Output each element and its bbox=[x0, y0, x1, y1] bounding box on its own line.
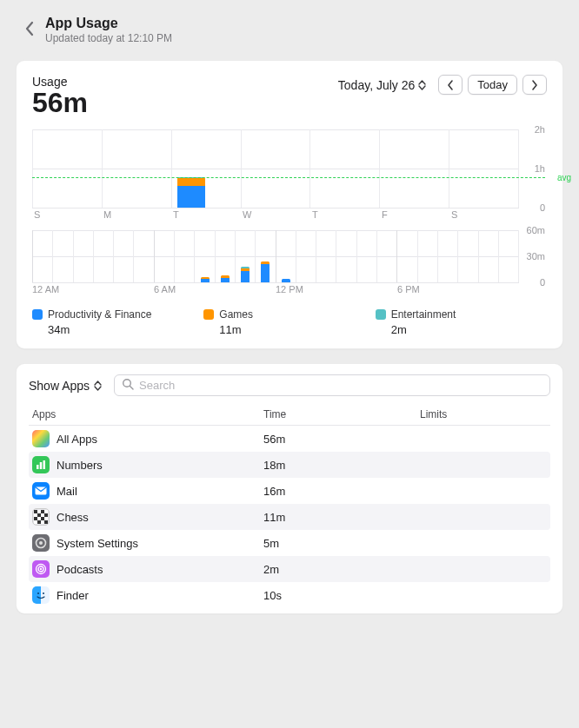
legend-item: Productivity & Finance34m bbox=[32, 308, 203, 336]
ytick-label: 0 bbox=[540, 277, 545, 288]
hour-column bbox=[396, 230, 416, 282]
app-time: 56m bbox=[263, 433, 420, 446]
day-column bbox=[171, 129, 241, 208]
app-time: 2m bbox=[263, 563, 420, 576]
date-selector-label: Today, July 26 bbox=[338, 78, 415, 92]
page-title: App Usage bbox=[45, 16, 172, 31]
mail-icon bbox=[32, 482, 50, 500]
app-time: 11m bbox=[263, 511, 420, 524]
svg-line-1 bbox=[130, 387, 134, 390]
legend-label: Entertainment bbox=[391, 308, 456, 321]
svg-point-16 bbox=[39, 541, 43, 545]
svg-rect-4 bbox=[43, 460, 46, 469]
xtick-label: W bbox=[241, 209, 310, 220]
xtick-label: S bbox=[32, 209, 102, 220]
show-apps-label: Show Apps bbox=[29, 379, 90, 393]
legend-swatch bbox=[376, 309, 386, 320]
day-column bbox=[102, 129, 171, 208]
day-column bbox=[379, 129, 449, 208]
avg-label: avg bbox=[557, 172, 571, 182]
hour-column bbox=[478, 230, 498, 282]
table-row[interactable]: Podcasts2m bbox=[29, 556, 550, 582]
back-button[interactable] bbox=[21, 17, 37, 40]
hour-column bbox=[174, 230, 194, 282]
hour-column bbox=[235, 230, 255, 282]
app-name: System Settings bbox=[57, 537, 138, 550]
app-time: 16m bbox=[263, 485, 420, 498]
today-button-label: Today bbox=[477, 78, 508, 91]
search-input-container[interactable] bbox=[114, 374, 550, 396]
hour-column bbox=[276, 230, 296, 282]
hour-column bbox=[457, 230, 477, 282]
hour-column bbox=[154, 230, 174, 282]
legend-swatch bbox=[203, 309, 214, 320]
show-apps-selector[interactable]: Show Apps bbox=[29, 376, 102, 395]
legend-item: Entertainment2m bbox=[376, 308, 547, 336]
hour-column bbox=[296, 230, 316, 282]
hourly-usage-chart: 030m60m bbox=[32, 230, 519, 282]
xtick-label: 12 AM bbox=[32, 284, 154, 295]
hour-column bbox=[194, 230, 214, 282]
ytick-label: 60m bbox=[527, 225, 545, 235]
legend-value: 34m bbox=[32, 323, 203, 336]
date-selector[interactable]: Today, July 26 bbox=[336, 76, 428, 94]
legend-label: Games bbox=[219, 308, 253, 321]
svg-point-20 bbox=[37, 592, 39, 594]
app-time: 18m bbox=[263, 459, 420, 472]
hour-column bbox=[93, 230, 113, 282]
table-row[interactable]: Mail16m bbox=[29, 478, 550, 504]
app-name: Mail bbox=[57, 485, 77, 498]
svg-rect-10 bbox=[44, 513, 48, 517]
ytick-label: 30m bbox=[527, 251, 545, 261]
hour-column bbox=[498, 230, 519, 282]
app-name: Podcasts bbox=[57, 563, 103, 576]
app-name: Chess bbox=[57, 511, 89, 524]
table-row[interactable]: Finder10s bbox=[29, 582, 550, 608]
legend-value: 11m bbox=[203, 323, 375, 336]
day-column bbox=[241, 129, 310, 208]
today-button[interactable]: Today bbox=[468, 75, 517, 95]
prev-day-button[interactable] bbox=[438, 75, 463, 95]
next-day-button[interactable] bbox=[522, 75, 547, 95]
svg-point-19 bbox=[40, 568, 42, 570]
all-icon bbox=[32, 430, 50, 447]
hour-column bbox=[215, 230, 235, 282]
xtick-label: 6 AM bbox=[154, 284, 276, 295]
usage-card: Usage 56m Today, July 26 Today bbox=[16, 60, 563, 349]
hour-column bbox=[73, 230, 93, 282]
svg-rect-13 bbox=[37, 520, 41, 524]
col-header-apps[interactable]: Apps bbox=[29, 408, 263, 420]
table-row[interactable]: Chess11m bbox=[29, 504, 550, 530]
podcasts-icon bbox=[32, 560, 50, 578]
table-row[interactable]: All Apps56m bbox=[29, 426, 550, 452]
legend-item: Games11m bbox=[203, 308, 375, 336]
xtick-label: F bbox=[380, 209, 449, 220]
col-header-time[interactable]: Time bbox=[263, 408, 420, 420]
ytick-label: 2h bbox=[535, 124, 545, 135]
app-name: Numbers bbox=[57, 459, 103, 472]
xtick-label: M bbox=[102, 209, 171, 220]
svg-point-21 bbox=[43, 592, 44, 594]
apps-table-header: Apps Time Limits bbox=[29, 405, 550, 426]
chess-icon bbox=[32, 508, 50, 526]
svg-rect-14 bbox=[44, 520, 48, 524]
hour-column bbox=[356, 230, 376, 282]
xtick-label: 12 PM bbox=[276, 284, 397, 295]
table-row[interactable]: System Settings5m bbox=[29, 530, 550, 556]
day-column bbox=[309, 129, 379, 208]
hour-column bbox=[376, 230, 396, 282]
numbers-icon bbox=[32, 456, 50, 473]
settings-icon bbox=[32, 534, 50, 552]
legend-label: Productivity & Finance bbox=[48, 308, 151, 321]
col-header-limits[interactable]: Limits bbox=[420, 408, 550, 420]
finder-icon bbox=[32, 586, 50, 604]
hour-column bbox=[316, 230, 336, 282]
updown-icon bbox=[94, 381, 102, 391]
legend-swatch bbox=[32, 309, 43, 320]
app-name: Finder bbox=[57, 589, 89, 602]
weekly-usage-chart: 01h2havg bbox=[32, 129, 519, 208]
app-time: 10s bbox=[263, 589, 420, 602]
search-input[interactable] bbox=[139, 379, 542, 392]
ytick-label: 0 bbox=[540, 202, 545, 213]
table-row[interactable]: Numbers18m bbox=[29, 452, 550, 478]
